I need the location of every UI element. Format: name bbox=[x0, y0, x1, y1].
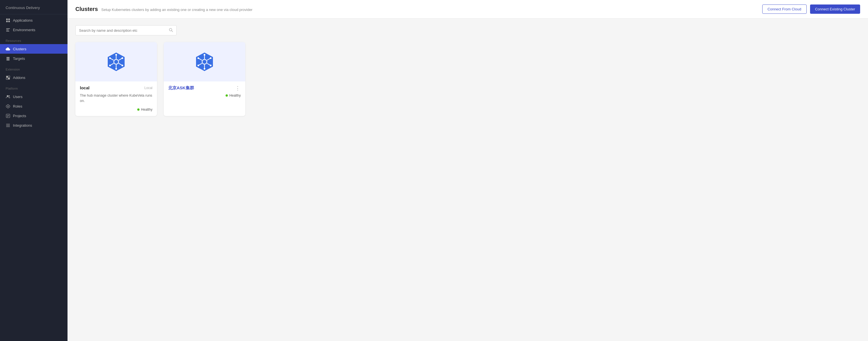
status-dot-beijing bbox=[225, 94, 228, 97]
svg-rect-1 bbox=[8, 19, 10, 20]
svg-point-53 bbox=[197, 57, 199, 59]
svg-point-15 bbox=[8, 95, 9, 96]
sidebar-item-targets-label: Targets bbox=[13, 57, 25, 61]
sidebar-top: Continuous Delivery bbox=[0, 0, 67, 14]
sidebar-item-environments[interactable]: Environments bbox=[0, 25, 67, 35]
cluster-status-beijing: Healthy bbox=[168, 94, 241, 98]
cluster-desc-local: The hub manage cluster where KubeVela ru… bbox=[80, 93, 152, 104]
env-icon bbox=[6, 28, 10, 32]
sidebar-item-addons[interactable]: Addons bbox=[0, 73, 67, 82]
svg-line-26 bbox=[172, 31, 173, 32]
sidebar-item-roles[interactable]: Roles bbox=[0, 101, 67, 111]
svg-rect-3 bbox=[8, 21, 10, 22]
sidebar-item-clusters-label: Clusters bbox=[13, 47, 26, 51]
clusters-grid: local Local The hub manage cluster where… bbox=[75, 42, 860, 116]
status-label-beijing: Healthy bbox=[229, 94, 241, 98]
roles-icon bbox=[6, 104, 10, 108]
svg-point-39 bbox=[122, 57, 123, 59]
integrations-icon bbox=[6, 123, 10, 128]
card-hero-beijing bbox=[164, 42, 245, 81]
sidebar-item-roles-label: Roles bbox=[13, 104, 22, 108]
k8s-logo-beijing bbox=[195, 52, 214, 72]
status-dot-local bbox=[137, 108, 140, 111]
svg-rect-10 bbox=[6, 76, 8, 77]
card-body-local: local Local The hub manage cluster where… bbox=[75, 81, 157, 116]
page-header: Clusters Setup Kubernetes clusters by ad… bbox=[67, 0, 868, 19]
sidebar-item-projects-label: Projects bbox=[13, 114, 26, 118]
card-body-beijing: 北京ASK集群 ⋮ Healthy bbox=[164, 81, 245, 102]
target-icon bbox=[6, 56, 10, 61]
cluster-card-beijing[interactable]: 北京ASK集群 ⋮ Healthy bbox=[164, 42, 245, 116]
search-icon bbox=[169, 28, 173, 33]
cluster-more-button-beijing[interactable]: ⋮ bbox=[235, 86, 241, 91]
platform-section-label: Platform bbox=[0, 82, 67, 92]
svg-rect-0 bbox=[6, 19, 8, 20]
svg-point-38 bbox=[109, 57, 111, 59]
cluster-name-local: local bbox=[80, 86, 89, 90]
svg-point-52 bbox=[204, 68, 205, 70]
svg-rect-7 bbox=[6, 57, 9, 58]
svg-point-51 bbox=[204, 54, 205, 56]
page-description: Setup Kubernetes clusters by adding an e… bbox=[101, 8, 253, 12]
svg-rect-11 bbox=[8, 76, 10, 77]
svg-rect-5 bbox=[6, 30, 9, 30]
header-left: Clusters Setup Kubernetes clusters by ad… bbox=[75, 6, 253, 12]
search-input[interactable] bbox=[79, 28, 166, 33]
svg-rect-12 bbox=[6, 78, 8, 79]
svg-rect-8 bbox=[6, 58, 9, 59]
sidebar-item-clusters[interactable]: Clusters bbox=[0, 44, 67, 54]
sidebar-item-targets[interactable]: Targets bbox=[0, 54, 67, 63]
sidebar-item-integrations-label: Integrations bbox=[13, 123, 32, 128]
svg-point-17 bbox=[7, 106, 8, 107]
resources-section-label: Resources bbox=[0, 35, 67, 44]
status-label-local: Healthy bbox=[141, 108, 152, 111]
main-content: Clusters Setup Kubernetes clusters by ad… bbox=[67, 0, 868, 341]
users-icon bbox=[6, 94, 10, 99]
svg-point-56 bbox=[210, 65, 212, 66]
cloud-icon bbox=[6, 47, 10, 51]
svg-point-36 bbox=[115, 54, 117, 56]
svg-point-50 bbox=[203, 60, 207, 64]
header-actions: Connect From Cloud Connect Existing Clus… bbox=[762, 4, 860, 14]
sidebar-item-users-label: Users bbox=[13, 95, 23, 99]
svg-rect-2 bbox=[6, 21, 8, 22]
card-title-row-local: local Local bbox=[80, 86, 152, 90]
sidebar-item-addons-label: Addons bbox=[13, 75, 25, 80]
svg-point-37 bbox=[115, 68, 117, 70]
svg-point-35 bbox=[114, 60, 118, 64]
sidebar-item-applications-label: Applications bbox=[13, 18, 33, 23]
svg-point-40 bbox=[109, 65, 111, 66]
sidebar: Continuous Delivery Applications bbox=[0, 0, 67, 341]
k8s-logo-local bbox=[106, 52, 126, 72]
page-title: Clusters bbox=[75, 6, 98, 12]
card-title-row-beijing: 北京ASK集群 ⋮ bbox=[168, 86, 241, 91]
projects-icon bbox=[6, 113, 10, 118]
svg-rect-9 bbox=[6, 60, 9, 60]
connect-from-cloud-button[interactable]: Connect From Cloud bbox=[762, 4, 807, 14]
sidebar-item-projects[interactable]: Projects bbox=[0, 111, 67, 121]
addons-icon bbox=[6, 75, 10, 80]
svg-point-14 bbox=[7, 95, 8, 97]
svg-rect-6 bbox=[6, 31, 9, 31]
content-area: local Local The hub manage cluster where… bbox=[67, 19, 868, 123]
search-bar[interactable] bbox=[75, 25, 177, 35]
sidebar-item-users[interactable]: Users bbox=[0, 92, 67, 101]
sidebar-item-integrations[interactable]: Integrations bbox=[0, 121, 67, 130]
extension-section-label: Extension bbox=[0, 63, 67, 73]
cluster-status-local: Healthy bbox=[80, 108, 152, 111]
cluster-card-local[interactable]: local Local The hub manage cluster where… bbox=[75, 42, 157, 116]
apps-icon bbox=[6, 18, 10, 23]
svg-point-55 bbox=[197, 65, 199, 66]
sidebar-top-label: Continuous Delivery bbox=[6, 6, 40, 10]
svg-point-41 bbox=[122, 65, 123, 66]
sidebar-item-environments-label: Environments bbox=[13, 28, 35, 32]
svg-rect-4 bbox=[6, 28, 10, 29]
cluster-tag-local: Local bbox=[144, 86, 152, 90]
connect-existing-cluster-button[interactable]: Connect Existing Cluster bbox=[810, 4, 860, 14]
svg-point-54 bbox=[210, 57, 212, 59]
svg-rect-13 bbox=[8, 78, 10, 79]
sidebar-item-applications[interactable]: Applications bbox=[0, 15, 67, 25]
cluster-name-beijing: 北京ASK集群 bbox=[168, 86, 194, 91]
card-hero-local bbox=[75, 42, 157, 81]
